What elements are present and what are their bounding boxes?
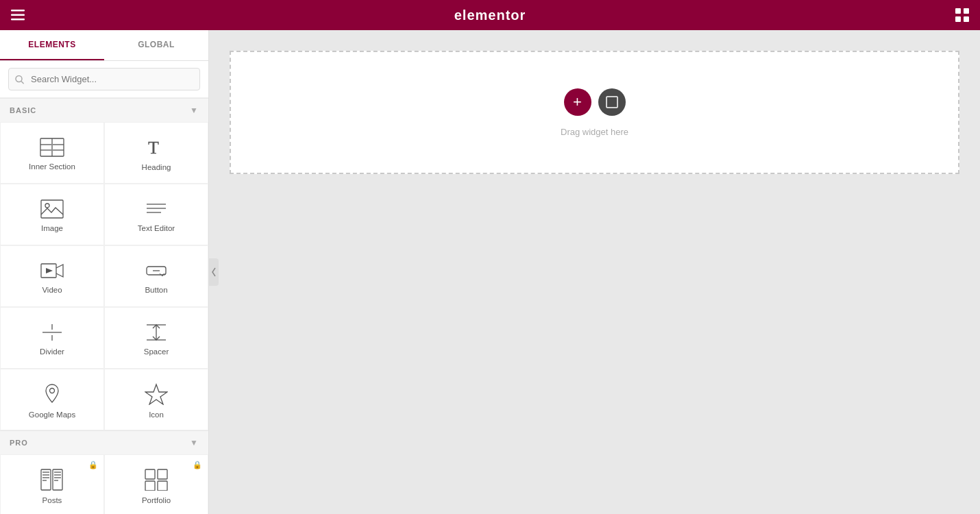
svg-rect-2 xyxy=(11,19,25,21)
widget-text-editor[interactable]: Text Editor xyxy=(104,184,208,245)
button-icon xyxy=(145,261,168,280)
google-maps-icon xyxy=(40,383,64,405)
canvas-inner: + Drag widget here xyxy=(209,30,980,514)
svg-rect-44 xyxy=(158,469,167,479)
svg-rect-3 xyxy=(955,8,961,14)
svg-rect-45 xyxy=(145,481,155,491)
widget-divider[interactable]: Divider xyxy=(0,307,104,369)
widget-heading-label: Heading xyxy=(142,163,171,171)
chevron-down-icon: ▼ xyxy=(190,106,199,115)
widget-video[interactable]: Video xyxy=(0,245,104,307)
main-layout: ELEMENTS GLOBAL BASIC ▼ xyxy=(0,30,980,514)
section-pro-label: PRO xyxy=(10,439,28,447)
heading-icon: T xyxy=(145,137,167,158)
svg-point-7 xyxy=(16,75,22,82)
svg-point-31 xyxy=(50,389,55,393)
divider-icon xyxy=(40,323,64,342)
hamburger-menu-icon[interactable] xyxy=(11,10,25,21)
widget-posts-label: Posts xyxy=(42,496,62,504)
basic-widgets-grid: Inner Section T Heading xyxy=(0,122,208,430)
widget-text-editor-label: Text Editor xyxy=(138,224,175,232)
svg-marker-32 xyxy=(145,384,167,404)
tab-elements[interactable]: ELEMENTS xyxy=(0,30,104,60)
widget-button-label: Button xyxy=(145,286,167,294)
svg-rect-5 xyxy=(955,16,961,22)
widget-inner-section[interactable]: Inner Section xyxy=(0,122,104,184)
posts-icon xyxy=(40,469,64,491)
svg-point-17 xyxy=(45,204,49,208)
widget-portfolio-label: Portfolio xyxy=(142,496,171,504)
widget-inner-section-label: Inner Section xyxy=(29,162,75,171)
widget-google-maps[interactable]: Google Maps xyxy=(0,369,104,430)
svg-rect-1 xyxy=(11,14,25,16)
widget-image[interactable]: Image xyxy=(0,184,104,245)
svg-rect-6 xyxy=(964,16,969,22)
video-icon xyxy=(40,261,64,280)
svg-text:T: T xyxy=(148,138,159,158)
portfolio-icon xyxy=(145,469,168,491)
tab-global[interactable]: GLOBAL xyxy=(104,30,208,60)
text-editor-icon xyxy=(145,199,168,219)
section-header-basic[interactable]: BASIC ▼ xyxy=(0,98,208,122)
inner-section-icon xyxy=(40,138,64,157)
widget-video-label: Video xyxy=(42,286,62,294)
widget-posts[interactable]: 🔒 Posts xyxy=(0,454,104,514)
widget-icon-label: Icon xyxy=(149,411,164,419)
search-icon xyxy=(15,75,24,84)
widget-button[interactable]: Button xyxy=(104,245,208,307)
svg-marker-22 xyxy=(46,268,53,273)
add-widget-button[interactable]: + xyxy=(564,88,591,116)
sidebar-tabs: ELEMENTS GLOBAL xyxy=(0,30,208,61)
widget-google-maps-label: Google Maps xyxy=(29,411,75,419)
sidebar: ELEMENTS GLOBAL BASIC ▼ xyxy=(0,30,209,514)
svg-rect-47 xyxy=(607,97,617,108)
collapse-sidebar-handle[interactable] xyxy=(209,258,219,286)
widget-image-label: Image xyxy=(41,224,63,232)
widget-spacer-label: Spacer xyxy=(144,347,169,356)
spacer-icon xyxy=(145,323,168,342)
canvas-area: + Drag widget here xyxy=(209,30,980,514)
svg-rect-0 xyxy=(11,10,25,12)
drop-zone: + Drag widget here xyxy=(230,51,959,174)
drop-label: Drag widget here xyxy=(561,127,628,137)
widget-icon[interactable]: Icon xyxy=(104,369,208,430)
lock-icon-portfolio: 🔒 xyxy=(193,461,202,469)
layout-button[interactable] xyxy=(598,88,626,116)
svg-rect-16 xyxy=(41,200,63,218)
pro-widgets-grid: 🔒 Posts xyxy=(0,454,208,514)
svg-rect-4 xyxy=(964,8,969,14)
lock-icon-posts: 🔒 xyxy=(88,461,98,469)
widget-divider-label: Divider xyxy=(40,347,64,356)
widget-spacer[interactable]: Spacer xyxy=(104,307,208,369)
section-header-pro[interactable]: PRO ▼ xyxy=(0,430,208,454)
search-input[interactable] xyxy=(8,68,200,90)
drop-zone-buttons: + xyxy=(564,88,626,116)
elementor-logo: elementor xyxy=(25,8,955,23)
svg-rect-46 xyxy=(158,481,167,491)
top-header: elementor xyxy=(0,0,980,30)
svg-line-8 xyxy=(21,81,24,84)
grid-icon[interactable] xyxy=(955,8,969,22)
svg-rect-43 xyxy=(145,469,155,479)
icon-icon xyxy=(145,383,168,405)
widget-portfolio[interactable]: 🔒 Portfolio xyxy=(104,454,208,514)
widget-heading[interactable]: T Heading xyxy=(104,122,208,184)
search-container xyxy=(0,61,208,98)
image-icon xyxy=(40,199,64,219)
chevron-down-icon-pro: ▼ xyxy=(190,438,199,448)
section-basic-label: BASIC xyxy=(10,106,36,114)
